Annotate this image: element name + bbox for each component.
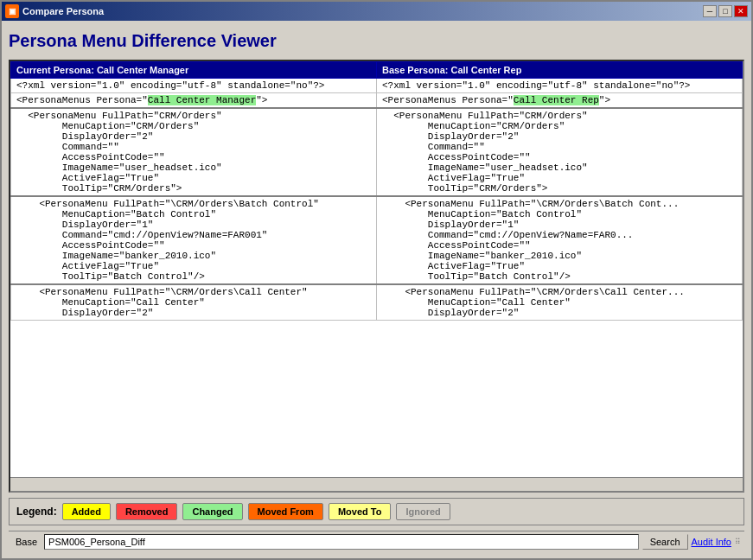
cell-left-callcenter: <PersonaMenu FullPath="\CRM/Orders\Call … [11, 284, 377, 321]
title-bar-left: ▣ Compare Persona [5, 4, 104, 18]
legend-added: Added [62, 503, 111, 520]
diff-table: Current Persona: Call Center Manager Bas… [10, 61, 743, 321]
legend-moved-from: Moved From [248, 503, 323, 520]
cell-left-batch: <PersonaMenu FullPath="\CRM/Orders\Batch… [11, 196, 377, 284]
title-bar: ▣ Compare Persona ─ □ ✕ [2, 2, 751, 21]
cell-left-crm: <PersonaMenu FullPath="CRM/Orders" MenuC… [11, 108, 377, 196]
legend-moved-to: Moved To [329, 503, 392, 520]
cell-left-xml: <?xml version="1.0" encoding="utf-8" sta… [11, 79, 377, 93]
cell-right-batch: <PersonaMenu FullPath="\CRM/Orders\Batch… [377, 196, 743, 284]
resize-grip-icon: ⠿ [735, 538, 741, 546]
audit-info-link[interactable]: Audit Info [692, 537, 731, 547]
legend-changed: Changed [182, 503, 242, 520]
status-value: PSM006_Persona_Diff [44, 534, 639, 550]
table-row: <?xml version="1.0" encoding="utf-8" sta… [11, 79, 743, 93]
col-header-left: Current Persona: Call Center Manager [11, 62, 377, 79]
col-header-right: Base Persona: Call Center Rep [377, 62, 743, 79]
window-controls: ─ □ ✕ [703, 5, 748, 17]
app-content: Persona Menu Difference Viewer Current P… [2, 21, 751, 558]
cell-right-xml: <?xml version="1.0" encoding="utf-8" sta… [377, 79, 743, 93]
horizontal-scrollbar[interactable] [10, 477, 743, 491]
highlight-right: Call Center Rep [514, 95, 599, 105]
status-value-text: PSM006_Persona_Diff [48, 537, 145, 547]
table-header-row: Current Persona: Call Center Manager Bas… [11, 62, 743, 79]
legend-label: Legend: [16, 506, 57, 518]
app-title: Persona Menu Difference Viewer [9, 28, 744, 54]
cell-right-persona: <PersonaMenus Persona="Call Center Rep"> [377, 93, 743, 109]
status-bar: Base PSM006_Persona_Diff Search Audit In… [9, 531, 744, 551]
legend-ignored: Ignored [396, 503, 450, 520]
legend-bar: Legend: Added Removed Changed Moved From… [9, 498, 744, 525]
close-button[interactable]: ✕ [734, 5, 748, 17]
table-row: <PersonaMenus Persona="Call Center Manag… [11, 93, 743, 109]
status-label: Base [12, 537, 41, 547]
search-button[interactable]: Search [642, 534, 688, 550]
maximize-button[interactable]: □ [718, 5, 732, 17]
app-icon: ▣ [5, 4, 19, 18]
cell-right-crm: <PersonaMenu FullPath="CRM/Orders" MenuC… [377, 108, 743, 196]
highlight-left: Call Center Manager [148, 95, 256, 105]
table-row: <PersonaMenu FullPath="\CRM/Orders\Call … [11, 284, 743, 321]
window-title: Compare Persona [22, 6, 104, 16]
minimize-button[interactable]: ─ [703, 5, 717, 17]
cell-left-persona: <PersonaMenus Persona="Call Center Manag… [11, 93, 377, 109]
legend-removed: Removed [116, 503, 178, 520]
table-row: <PersonaMenu FullPath="CRM/Orders" MenuC… [11, 108, 743, 196]
main-window: ▣ Compare Persona ─ □ ✕ Persona Menu Dif… [0, 0, 753, 560]
diff-scroll-area[interactable]: Current Persona: Call Center Manager Bas… [10, 61, 743, 477]
cell-right-callcenter: <PersonaMenu FullPath="\CRM/Orders\Call … [377, 284, 743, 321]
diff-container: Current Persona: Call Center Manager Bas… [9, 60, 744, 493]
table-row: <PersonaMenu FullPath="\CRM/Orders\Batch… [11, 196, 743, 284]
